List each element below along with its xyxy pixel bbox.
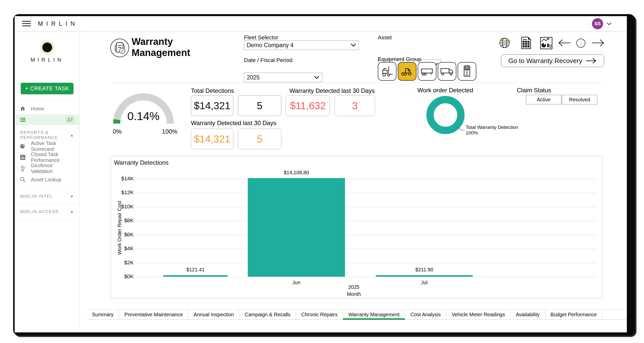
report-tabs: SummaryPreventative MaintenanceAnnual In…: [87, 309, 627, 320]
donut-callout-line: [457, 126, 465, 132]
bar-Jun: [248, 178, 345, 277]
tab-campaign-recalls[interactable]: Campaign & Recalls: [239, 309, 296, 320]
gridline: [136, 221, 597, 221]
report-icon[interactable]: [520, 36, 532, 49]
equipment-forklift-button[interactable]: [378, 62, 397, 81]
sidebar-item-active-task-scorecard[interactable]: Active Task Scorecard: [15, 141, 80, 152]
claim-status-label: Claim Status: [517, 87, 551, 94]
x-tick-label: Jun: [292, 280, 300, 285]
warranty-management-icon: [110, 38, 130, 58]
chart-x-axis-label: Month: [347, 291, 361, 297]
tab-summary[interactable]: Summary: [87, 309, 119, 320]
y-tick-label: $6K: [113, 232, 134, 238]
window-frame: MIRLIN SS MIRLIN + CREATE TASK Home 47 R…: [13, 14, 635, 335]
arrow-right-icon[interactable]: [591, 39, 605, 47]
sidebar-item-home[interactable]: Home: [15, 103, 80, 114]
asset-label: Asset: [378, 34, 392, 41]
tab-chronic-repairs[interactable]: Chronic Repairs: [296, 309, 343, 320]
arrow-left-icon[interactable]: [558, 39, 571, 47]
fleet-selector-dropdown[interactable]: Demo Company 4: [244, 40, 359, 50]
brand-wordmark: MIRLIN: [38, 20, 78, 27]
tab-vehicle-meter-readings[interactable]: Vehicle Meter Readings: [446, 309, 510, 320]
go-to-warranty-recovery-button[interactable]: Go to Warranty Recovery: [501, 54, 604, 67]
logo-dot-icon: [42, 43, 52, 52]
warranty-30d-red-label: Warranty Detected last 30 Days: [289, 87, 375, 94]
sidebar-item-geofence-validation[interactable]: Geofence Validation: [15, 163, 80, 174]
tab-availability[interactable]: Availability: [510, 309, 545, 320]
claim-status-active-button[interactable]: Active: [526, 95, 561, 104]
svg-text:i: i: [580, 40, 582, 46]
gridline: [136, 207, 597, 207]
gridline: [136, 277, 597, 277]
warranty-30d-orange-count: 5: [238, 129, 281, 149]
equipment-reefer-unit-button[interactable]: [458, 62, 476, 81]
total-detections-label: Total Detections: [191, 87, 234, 94]
equipment-group: [378, 62, 476, 81]
svg-text:100%: 100%: [162, 128, 177, 135]
warranty-30d-red-count: 3: [335, 95, 375, 116]
task-count-badge: 47: [65, 116, 75, 124]
sidebar-item-task-list[interactable]: 47: [15, 114, 80, 125]
chart-x-axis-year: 2025: [348, 284, 360, 290]
tab-preventative-maintenance[interactable]: Preventative Maintenance: [119, 309, 188, 320]
equipment-box-truck-button[interactable]: [438, 62, 456, 81]
svg-text:0%: 0%: [113, 128, 122, 135]
gridline: [136, 179, 597, 179]
claim-status-resolved-button[interactable]: Resolved: [562, 95, 597, 104]
total-detections-amount: $14,321: [191, 95, 233, 116]
sidebar-brand: MIRLIN: [31, 57, 64, 63]
work-order-detected-label: Work order Detected: [417, 87, 473, 94]
svg-text:0.14%: 0.14%: [127, 110, 160, 123]
arrow-right-icon: [586, 58, 597, 64]
sidebar-section-mirlin-intel[interactable]: MIRLIN INTEL ▼: [15, 191, 80, 202]
gridline: [136, 235, 597, 235]
sidebar-item-asset-lookup[interactable]: Asset Lookup: [15, 174, 80, 185]
donut-callout-title: Total Warranty Detection: [466, 125, 518, 130]
gridline: [136, 263, 597, 263]
task-list-icon: [20, 117, 26, 123]
home-icon: [20, 106, 26, 112]
analytics-icon[interactable]: [540, 37, 553, 49]
collapse-down-icon: ▼: [70, 210, 74, 214]
warranty-30d-red-amount: $11,632: [286, 95, 330, 116]
tab-strip-filler: [602, 309, 627, 320]
globe-icon[interactable]: [499, 37, 511, 49]
bar-value-label: $14,108,80: [284, 170, 309, 176]
y-tick-label: $14K: [113, 176, 134, 182]
y-tick-label: $0K: [113, 273, 134, 279]
gridline: [136, 193, 597, 193]
tab-annual-inspection[interactable]: Annual Inspection: [188, 309, 239, 320]
page-title: Warranty Management: [132, 36, 205, 58]
sidebar-item-closed-task-performance[interactable]: Closed Task Performance: [15, 152, 80, 163]
chevron-down-icon: [314, 75, 319, 79]
detection-rate-gauge: 0.14% 0% 100%: [110, 85, 178, 137]
tab-budget-performance[interactable]: Budget Performance: [545, 309, 602, 320]
avatar[interactable]: SS: [592, 18, 603, 29]
date-period-dropdown[interactable]: 2025: [244, 73, 322, 82]
app-screen: MIRLIN SS MIRLIN + CREATE TASK Home 47 R…: [15, 16, 627, 332]
equipment-trailer-button[interactable]: [418, 62, 436, 81]
donut-callout-value: 100%: [466, 130, 478, 136]
y-tick-label: $2K: [113, 260, 134, 266]
tab-cost-analysis[interactable]: Cost Analysis: [405, 309, 446, 320]
warranty-detections-chart: Warranty Detections Work Order Repair Co…: [111, 156, 603, 298]
topbar: MIRLIN SS: [15, 16, 627, 31]
collapse-up-icon: ▲: [70, 133, 74, 137]
warranty-30d-orange-label: Warranty Detected last 30 Days: [191, 120, 276, 127]
create-task-button[interactable]: + CREATE TASK: [21, 83, 73, 94]
x-tick-label: Jul: [421, 280, 428, 285]
warranty-30d-orange-amount: $14,321: [191, 129, 233, 149]
bar-value-label: $211.90: [415, 267, 433, 273]
sidebar-section-mirlin-access[interactable]: MIRLIN ACCESS ▼: [15, 206, 80, 217]
sidebar-section-reports[interactable]: REPORTS & PERFORMANCE ▲: [15, 130, 80, 141]
info-icon[interactable]: i: [576, 38, 586, 48]
equipment-semi-truck-button[interactable]: [398, 62, 416, 81]
y-tick-label: $10K: [113, 204, 134, 210]
tab-warranty-management[interactable]: Warranty Management: [343, 309, 405, 320]
y-tick-label: $4K: [113, 245, 134, 251]
hamburger-menu-icon[interactable]: [22, 19, 31, 28]
header-divider: [110, 83, 604, 83]
collapse-down-icon: ▼: [70, 194, 74, 198]
chart-title: Warranty Detections: [114, 159, 169, 166]
chevron-down-icon[interactable]: [607, 22, 612, 25]
